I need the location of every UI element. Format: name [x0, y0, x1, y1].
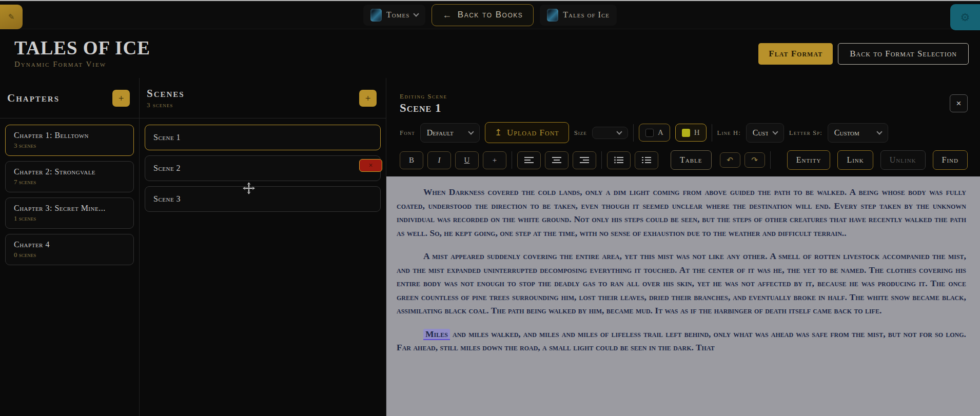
- chevron-down-icon: [772, 129, 778, 134]
- chapter-item-2[interactable]: Chapter 2: Strongvale 7 scenes: [5, 161, 134, 192]
- font-select[interactable]: Default: [420, 123, 480, 143]
- text-color-swatch: [645, 129, 654, 137]
- chapters-heading: Chapters: [7, 92, 60, 105]
- scene-item-1[interactable]: Scene 1: [145, 125, 381, 150]
- tomes-logo-icon: [370, 9, 382, 22]
- entity-group: Entity Link Unlink Find: [787, 150, 968, 170]
- header-actions: Flat Format Back to Format Selection: [758, 43, 969, 65]
- insert-button[interactable]: +: [483, 151, 506, 169]
- align-center-icon: [552, 156, 561, 164]
- table-button[interactable]: Table: [671, 150, 712, 170]
- delete-scene-button[interactable]: ×: [359, 159, 382, 172]
- bullet-list-icon: [614, 156, 623, 164]
- bold-button[interactable]: B: [400, 151, 423, 169]
- settings-button[interactable]: ⚙: [950, 4, 980, 30]
- page-title: TALES OF ICE: [14, 38, 150, 58]
- size-select[interactable]: [592, 127, 628, 139]
- paragraph: A mist appeared suddenly covering the en…: [397, 249, 966, 318]
- chapter-scene-count: 1 scenes: [14, 214, 125, 223]
- line-height-label: Line H:: [717, 129, 741, 137]
- align-right-button[interactable]: [573, 151, 596, 169]
- page-subtitle: Dynamic Format View: [14, 60, 150, 69]
- quill-menu-button[interactable]: ✎: [0, 5, 23, 29]
- size-label: Size: [574, 129, 587, 137]
- upload-font-label: Upload Font: [507, 128, 559, 138]
- inline-format-group: B I U +: [400, 151, 506, 169]
- toolbar-divider: [512, 151, 512, 169]
- chevron-down-icon: [876, 129, 882, 134]
- app-window: ✎ Tomes ← Back to Books Tales of Ice ⚙ T…: [0, 0, 980, 416]
- editing-scene-kicker: Editing Scene: [400, 92, 447, 101]
- chapter-item-1[interactable]: Chapter 1: Belltown 3 scenes: [5, 125, 134, 156]
- chapter-title: Chapter 2: Strongvale: [14, 167, 125, 176]
- close-editor-button[interactable]: ×: [950, 94, 968, 112]
- editor-header: Editing Scene Scene 1 ×: [386, 78, 980, 115]
- history-group: ↶ ↷: [720, 152, 765, 168]
- scene-item-3[interactable]: Scene 3: [145, 186, 381, 212]
- chapters-list: Chapter 1: Belltown 3 scenes Chapter 2: …: [0, 118, 139, 276]
- font-select-value: Default: [427, 128, 464, 137]
- scene-text-editor[interactable]: When Darkness covered the cold lands, on…: [386, 176, 980, 416]
- bullet-list-button[interactable]: [607, 151, 631, 169]
- editor-toolbar-font-row: Font Default ↥ Upload Font Size A: [386, 122, 980, 143]
- find-button[interactable]: Find: [933, 150, 968, 170]
- toolbar-divider: [601, 151, 602, 169]
- back-arrow-icon: ←: [442, 10, 453, 21]
- italic-button[interactable]: I: [427, 151, 451, 169]
- scene-title: Scene 3: [153, 194, 372, 204]
- back-to-books-button[interactable]: ← Back to Books: [432, 4, 534, 26]
- paragraph: Miles and miles walked, and miles and mi…: [397, 327, 966, 354]
- paragraph-text: and miles walked, and miles and miles of…: [397, 329, 966, 353]
- text-color-button[interactable]: A: [639, 124, 670, 142]
- upload-font-button[interactable]: ↥ Upload Font: [485, 122, 569, 143]
- back-to-format-selection-button[interactable]: Back to Format Selection: [838, 43, 969, 65]
- scene-editor-panel: Editing Scene Scene 1 × Font Default ↥ U…: [386, 78, 980, 416]
- current-book-chip: Tales of Ice: [540, 5, 617, 26]
- tomes-dropdown[interactable]: Tomes: [363, 5, 425, 26]
- scene-item-2[interactable]: Scene 2 ×: [145, 155, 381, 181]
- chapters-header: Chapters +: [0, 78, 139, 118]
- entity-button[interactable]: Entity: [787, 150, 831, 170]
- editor-header-text: Editing Scene Scene 1: [400, 92, 447, 115]
- numbered-list-icon: [642, 156, 651, 164]
- paragraph: When Darkness covered the cold lands, on…: [397, 185, 966, 240]
- page-header: TALES OF ICE Dynamic Format View Flat Fo…: [0, 29, 980, 78]
- flat-format-button[interactable]: Flat Format: [758, 43, 833, 65]
- add-scene-button[interactable]: +: [359, 90, 377, 107]
- editor-toolbar-format-row: B I U +: [386, 150, 980, 170]
- toolbar-divider: [633, 124, 634, 142]
- align-center-button[interactable]: [545, 151, 569, 169]
- gear-icon: ⚙: [961, 11, 970, 23]
- underline-button[interactable]: U: [455, 151, 479, 169]
- close-icon: ×: [956, 98, 962, 108]
- link-button[interactable]: Link: [837, 150, 873, 170]
- alignment-group: [517, 151, 596, 169]
- redo-button[interactable]: ↷: [744, 152, 765, 168]
- tomes-label: Tomes: [386, 10, 409, 19]
- line-height-value: Custom: [753, 128, 768, 137]
- text-color-label: A: [658, 128, 663, 137]
- chapter-scene-count: 3 scenes: [14, 142, 125, 150]
- line-height-select[interactable]: Custom: [746, 123, 784, 143]
- editing-scene-title: Scene 1: [400, 102, 447, 115]
- align-right-icon: [580, 156, 589, 164]
- entity-link-miles[interactable]: Miles: [423, 329, 450, 340]
- chapter-title: Chapter 4: [14, 240, 125, 249]
- align-left-button[interactable]: [517, 151, 541, 169]
- chapter-item-3[interactable]: Chapter 3: Secret Mine... 1 scenes: [5, 197, 134, 229]
- unlink-button[interactable]: Unlink: [880, 150, 926, 170]
- scenes-list: Scene 1 Scene 2 × Scene 3: [140, 118, 386, 223]
- highlight-color-button[interactable]: H: [675, 124, 707, 142]
- upload-icon: ↥: [495, 127, 502, 138]
- toolbar-divider: [712, 124, 712, 142]
- top-nav: ✎ Tomes ← Back to Books Tales of Ice ⚙: [0, 0, 980, 29]
- letter-spacing-value: Custom: [834, 128, 872, 137]
- letter-spacing-select[interactable]: Custom: [828, 123, 888, 143]
- chevron-down-icon: [414, 11, 419, 16]
- add-chapter-button[interactable]: +: [112, 90, 130, 107]
- chapter-item-4[interactable]: Chapter 4 0 scenes: [5, 234, 134, 265]
- title-block: TALES OF ICE Dynamic Format View: [14, 38, 150, 69]
- chapters-panel: Chapters + Chapter 1: Belltown 3 scenes …: [0, 78, 140, 416]
- numbered-list-button[interactable]: [635, 151, 658, 169]
- undo-button[interactable]: ↶: [720, 152, 740, 168]
